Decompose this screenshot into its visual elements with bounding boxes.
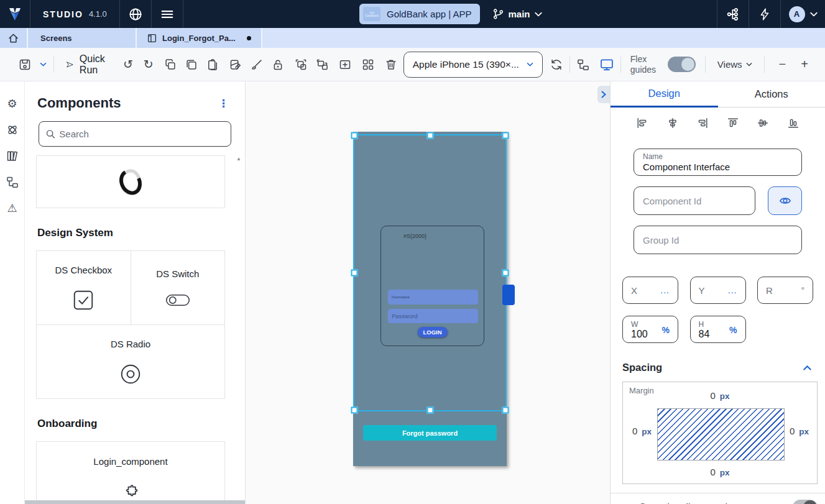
- component-ds-radio[interactable]: DS Radio: [36, 324, 225, 399]
- align-center-vertical-icon[interactable]: [757, 117, 768, 129]
- chevron-down-icon: [527, 62, 533, 66]
- rail-settings-button[interactable]: ⚙: [6, 97, 19, 111]
- resize-handle-bottom-center[interactable]: [426, 407, 433, 414]
- quick-actions-button[interactable]: [749, 0, 780, 28]
- sync-preview-button[interactable]: [550, 58, 563, 71]
- kebab-menu-icon[interactable]: ⋮: [218, 97, 229, 110]
- zoom-out-button[interactable]: −: [772, 57, 794, 71]
- horizontal-scrollbar[interactable]: [25, 500, 245, 504]
- y-label: Y: [699, 285, 705, 296]
- configured-attributes-label: Configured attributes only: [622, 502, 732, 504]
- preview-monitor-button[interactable]: [600, 58, 614, 71]
- redo-button[interactable]: ↻: [144, 58, 154, 70]
- undo-button[interactable]: ↺: [123, 58, 133, 70]
- rail-components-button[interactable]: [6, 123, 19, 137]
- resize-handle-bottom-right[interactable]: [502, 407, 509, 414]
- rail-library-button[interactable]: [6, 149, 19, 163]
- spacing-section-header[interactable]: Spacing: [611, 362, 825, 373]
- group-id-input[interactable]: [643, 235, 793, 245]
- user-menu[interactable]: A: [780, 0, 825, 28]
- search-input[interactable]: [52, 129, 224, 139]
- views-dropdown[interactable]: Views: [717, 59, 752, 70]
- margin-right-value[interactable]: 0 px: [790, 426, 809, 436]
- login-form-container[interactable]: #S{2000} Username Password LOGIN: [380, 226, 484, 346]
- resize-handle-middle-left[interactable]: [351, 270, 358, 277]
- layers-tree-button[interactable]: [577, 58, 589, 71]
- align-bottom-icon[interactable]: [788, 117, 799, 129]
- save-button[interactable]: [19, 58, 31, 71]
- rail-warnings-button[interactable]: ⚠: [6, 201, 19, 215]
- duplicate-button[interactable]: [185, 58, 198, 71]
- w-unit: %: [662, 325, 670, 335]
- component-id-input[interactable]: [643, 196, 746, 206]
- panel-collapse-button[interactable]: [597, 86, 610, 103]
- ungroup-button[interactable]: [316, 58, 328, 71]
- margin-left-value[interactable]: 0 px: [632, 426, 652, 436]
- tab-screens[interactable]: Screens: [28, 28, 137, 48]
- component-ds-checkbox[interactable]: DS Checkbox: [36, 250, 131, 325]
- resize-handle-top-center[interactable]: [426, 132, 433, 139]
- y-position-field[interactable]: Y ...: [690, 277, 746, 304]
- resize-handle-top-left[interactable]: [351, 132, 358, 139]
- duplicate-icon: [185, 58, 198, 71]
- login-button[interactable]: LOGIN: [417, 327, 447, 337]
- device-selector-dropdown[interactable]: Apple iPhone 15 (390×...: [403, 52, 543, 78]
- home-tab[interactable]: [0, 28, 28, 48]
- component-ds-switch[interactable]: DS Switch: [131, 250, 226, 325]
- app-switcher-badge[interactable]: GoldBank GoldBank app | APP: [359, 4, 480, 24]
- rotation-field[interactable]: R °: [757, 277, 813, 304]
- x-position-field[interactable]: X ...: [622, 277, 678, 304]
- configured-attributes-toggle[interactable]: [793, 500, 818, 504]
- align-center-horizontal-icon[interactable]: [667, 117, 678, 129]
- tab-login-forgot-page[interactable]: Login_Forgot_Pa...: [137, 28, 262, 48]
- margin-unit: px: [799, 427, 809, 436]
- margin-bottom-value[interactable]: 0 px: [710, 467, 729, 477]
- tab-design[interactable]: Design: [611, 81, 718, 108]
- add-frame-button[interactable]: [339, 58, 351, 71]
- design-canvas[interactable]: #S{2000} Username Password LOGIN Forgot …: [246, 81, 610, 504]
- align-top-icon[interactable]: [727, 117, 739, 129]
- paste-button[interactable]: [206, 58, 219, 71]
- resize-handle-top-right[interactable]: [502, 132, 509, 139]
- zoom-in-button[interactable]: +: [793, 57, 816, 71]
- theme-button[interactable]: [229, 58, 242, 71]
- flex-guides-toggle[interactable]: [668, 57, 696, 72]
- selection-side-grab-tab[interactable]: [502, 285, 515, 305]
- username-field[interactable]: Username: [388, 290, 478, 305]
- margin-top-value[interactable]: 0 px: [710, 390, 729, 401]
- visibility-button[interactable]: [768, 186, 802, 215]
- group-button[interactable]: [295, 58, 307, 71]
- loading-component-cell[interactable]: [36, 155, 225, 208]
- width-field[interactable]: W 100 %: [622, 316, 678, 343]
- rail-hierarchy-button[interactable]: [6, 175, 19, 189]
- component-id-field[interactable]: [634, 186, 755, 215]
- studio-logo[interactable]: [0, 0, 30, 28]
- quick-run-button[interactable]: Quick Run: [66, 53, 109, 76]
- resize-handle-middle-right[interactable]: [502, 270, 509, 277]
- copy-button[interactable]: [164, 58, 177, 71]
- style-brush-button[interactable]: [251, 58, 263, 71]
- password-field[interactable]: Password: [388, 309, 478, 323]
- git-branch-selector[interactable]: main: [492, 8, 542, 20]
- phone-screen-mockup[interactable]: #S{2000} Username Password LOGIN Forgot …: [353, 132, 507, 466]
- lock-button[interactable]: [272, 58, 284, 71]
- component-login-component[interactable]: Login_component: [36, 441, 225, 504]
- delete-button[interactable]: [385, 58, 397, 71]
- tab-actions[interactable]: Actions: [718, 81, 825, 108]
- align-right-icon[interactable]: [697, 117, 708, 129]
- height-field[interactable]: H 84 %: [690, 316, 746, 343]
- main-menu-button[interactable]: [152, 0, 183, 28]
- language-button[interactable]: [120, 0, 152, 28]
- project-structure-button[interactable]: [717, 0, 749, 28]
- scroll-up-arrow-icon[interactable]: ▲: [236, 156, 241, 162]
- group-id-field[interactable]: [634, 226, 802, 254]
- name-field[interactable]: Name Component Interface: [634, 149, 802, 176]
- resize-handle-bottom-left[interactable]: [351, 407, 358, 414]
- widgets-grid-button[interactable]: [362, 58, 374, 71]
- components-search[interactable]: [39, 121, 231, 147]
- theme-icon: [229, 58, 242, 71]
- toggle-knob: [803, 500, 817, 504]
- align-left-icon[interactable]: [637, 117, 648, 129]
- save-options-button[interactable]: [40, 62, 47, 66]
- forgot-password-button[interactable]: Forgot password: [363, 425, 497, 441]
